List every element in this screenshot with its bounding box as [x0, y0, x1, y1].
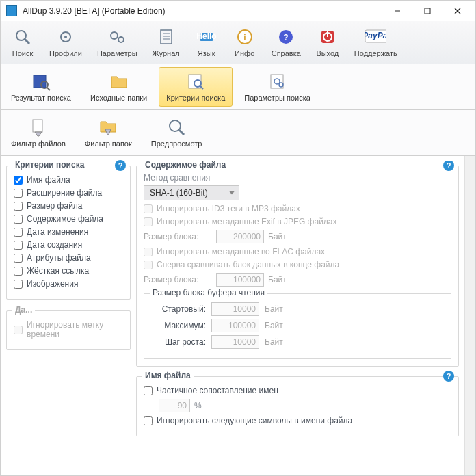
gears-icon — [106, 26, 128, 48]
svg-rect-10 — [161, 30, 172, 44]
gear-icon — [55, 26, 77, 48]
block-size-input — [216, 230, 264, 243]
svg-text:Hello: Hello — [197, 31, 216, 41]
svg-line-27 — [47, 88, 50, 90]
method-label: Метод сравнения — [144, 173, 451, 183]
criteria-item[interactable]: Имя файла — [14, 175, 123, 185]
ignore-chars[interactable]: Игнорировать следующие символы в имени ф… — [144, 416, 451, 425]
criteria-title: Критерии поиска — [12, 160, 87, 170]
buffer-start — [211, 302, 259, 316]
lang-icon: Hello — [196, 26, 217, 48]
buffer-max — [211, 319, 259, 332]
svg-rect-34 — [33, 120, 42, 132]
ignore-id3: Игнорировать ID3 теги в MP3 файлах — [144, 204, 451, 213]
tb-help[interactable]: ? Справка — [264, 23, 308, 62]
tb-params[interactable]: Параметры — [90, 23, 145, 62]
criteria-item[interactable]: Атрибуты файла — [14, 253, 123, 263]
search-icon — [12, 26, 34, 48]
app-window: AllDup 3.9.20 [BETA] (Portable Edition) … — [0, 0, 476, 476]
tb-profiles[interactable]: Профили — [42, 23, 90, 62]
minimize-button[interactable] — [382, 1, 412, 21]
criteria-icon — [185, 70, 207, 92]
exit-icon — [317, 26, 339, 48]
ignore-flac: Игнорировать метаданные во FLAC файлах — [144, 247, 451, 256]
file-filter-icon — [27, 116, 49, 138]
help-icon: ? — [275, 26, 297, 48]
svg-text:PayPal: PayPal — [365, 31, 386, 40]
filename-title: Имя файла — [142, 371, 194, 380]
svg-point-8 — [111, 32, 118, 39]
buffer-fieldset: Размер блока буфера чтения Стартовый:Бай… — [144, 293, 451, 359]
block-size-2: Размер блока: Байт — [144, 273, 451, 287]
tb-exit[interactable]: Выход — [308, 23, 347, 62]
svg-line-36 — [179, 130, 184, 135]
filter-toolbar: Фильтр файлов Фильтр папок Предпросмотр — [1, 110, 475, 156]
svg-text:?: ? — [284, 33, 289, 42]
content-group: Содержимое файла ? Метод сравнения SHA-1… — [136, 166, 459, 367]
svg-rect-31 — [271, 75, 283, 88]
criteria-item[interactable]: Дата создания — [14, 240, 123, 250]
vertical-scrollbar[interactable] — [464, 156, 475, 475]
folder-icon — [108, 70, 130, 92]
svg-point-9 — [118, 37, 124, 42]
buffer-step — [211, 335, 259, 349]
tb-donate[interactable]: PayPal Поддержать — [347, 23, 405, 62]
help-icon[interactable]: ? — [115, 160, 126, 171]
method-select[interactable]: SHA-1 (160-Bit) — [144, 185, 239, 200]
block-size-1: Размер блока: Байт — [144, 230, 451, 243]
svg-rect-1 — [425, 8, 430, 14]
criteria-item[interactable]: Дата изменения — [14, 227, 123, 237]
folder-filter-icon — [97, 116, 119, 138]
tb-log[interactable]: Журнал — [145, 23, 187, 62]
percent-input — [159, 399, 190, 412]
log-icon — [155, 26, 177, 48]
criteria-item[interactable]: Содержимое файла — [14, 214, 123, 224]
svg-point-35 — [170, 120, 181, 131]
criteria-item[interactable]: Изображения — [14, 279, 123, 289]
tb-info[interactable]: i Инфо — [226, 23, 264, 62]
criteria-item[interactable]: Жёсткая ссылка — [14, 266, 123, 276]
filename-group: Имя файла ? Частичное сопоставление имен… — [136, 376, 459, 436]
tb-folder-filter[interactable]: Фильтр папок — [77, 113, 140, 153]
info-icon: i — [234, 26, 256, 48]
tb-results[interactable]: Результат поиска — [3, 67, 79, 107]
content-area: Критерии поиска ? Имя файла Расширение ф… — [1, 156, 464, 475]
help-icon[interactable]: ? — [443, 371, 454, 382]
date-group: Да... Игнорировать метку времени — [6, 310, 131, 350]
tb-lang[interactable]: Hello Язык — [187, 23, 226, 62]
criteria-item[interactable]: Расширение файла — [14, 188, 123, 198]
paypal-icon: PayPal — [365, 26, 386, 48]
tb-source-folders[interactable]: Исходные папки — [83, 67, 155, 107]
section-toolbar: Результат поиска Исходные папки Критерии… — [1, 64, 475, 110]
tb-search-params[interactable]: Параметры поиска — [237, 67, 318, 107]
ignore-exif: Игнорировать метаданные Exif в JPEG файл… — [144, 217, 451, 226]
compare-end: Сперва сравнивать блок данных в конце фа… — [144, 260, 451, 269]
tb-criteria[interactable]: Критерии поиска — [159, 67, 233, 107]
svg-point-7 — [64, 36, 67, 38]
maximize-button[interactable] — [412, 1, 442, 21]
tb-preview[interactable]: Предпросмотр — [144, 113, 210, 153]
svg-text:i: i — [243, 33, 246, 42]
window-title: AllDup 3.9.20 [BETA] (Portable Edition) — [23, 6, 382, 16]
close-button[interactable] — [442, 1, 473, 21]
preview-icon — [166, 116, 187, 138]
tb-file-filter[interactable]: Фильтр файлов — [3, 113, 73, 153]
criteria-item[interactable]: Размер файла — [14, 201, 123, 211]
date-title: Да... — [12, 305, 35, 315]
criteria-group: Критерии поиска ? Имя файла Расширение ф… — [6, 166, 131, 300]
app-icon — [6, 5, 17, 16]
svg-line-5 — [25, 39, 29, 44]
main-toolbar: Поиск Профили Параметры Журнал Hello Язы… — [1, 21, 475, 64]
help-icon[interactable]: ? — [443, 161, 454, 171]
percent-row: % — [159, 399, 451, 412]
svg-point-4 — [16, 31, 26, 40]
content-title: Содержимое файла — [142, 161, 228, 170]
ignore-timestamp: Игнорировать метку времени — [14, 320, 123, 339]
buffer-title: Размер блока буфера чтения — [150, 288, 267, 298]
partial-match[interactable]: Частичное сопоставление имен — [144, 386, 451, 395]
titlebar: AllDup 3.9.20 [BETA] (Portable Edition) — [1, 1, 475, 21]
results-icon — [30, 70, 52, 92]
block-size-input — [216, 273, 264, 287]
tb-search[interactable]: Поиск — [3, 23, 42, 62]
search-params-icon — [267, 70, 289, 92]
